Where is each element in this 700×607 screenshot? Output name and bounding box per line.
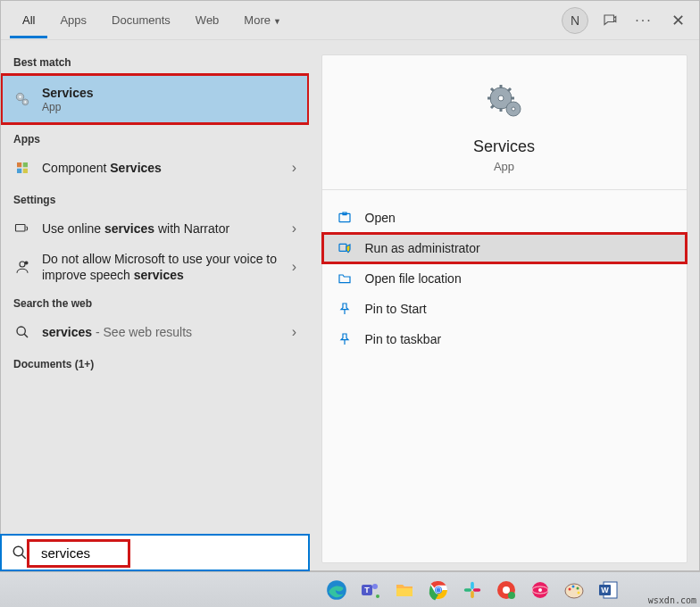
taskbar-word[interactable]: W <box>593 575 623 605</box>
svg-point-40 <box>569 587 571 590</box>
svg-point-22 <box>372 584 378 589</box>
tab-apps[interactable]: Apps <box>47 3 99 37</box>
more-options-icon[interactable]: ··· <box>631 8 656 33</box>
pin-icon <box>337 331 353 347</box>
taskbar-paint[interactable] <box>559 575 589 605</box>
svg-point-43 <box>578 591 580 594</box>
result-web-services[interactable]: services - See web results › <box>1 315 309 349</box>
svg-rect-29 <box>471 581 474 588</box>
chevron-right-icon: › <box>292 324 296 340</box>
watermark: wsxdn.com <box>648 595 696 605</box>
svg-rect-4 <box>17 162 21 167</box>
pin-icon <box>337 301 353 317</box>
tab-more[interactable]: More▼ <box>231 3 294 37</box>
tab-all[interactable]: All <box>10 3 47 38</box>
tab-documents[interactable]: Documents <box>99 3 183 37</box>
taskbar-app-pink[interactable] <box>525 575 555 605</box>
chevron-down-icon: ▼ <box>273 17 281 26</box>
section-web: Search the web <box>1 288 309 315</box>
action-pin-taskbar[interactable]: Pin to taskbar <box>322 324 687 354</box>
user-avatar[interactable]: N <box>562 7 588 34</box>
result-speech-services[interactable]: Do not allow Microsoft to use your voice… <box>1 245 309 288</box>
taskbar-slack[interactable] <box>457 575 488 605</box>
svg-text:W: W <box>601 586 609 595</box>
folder-icon <box>337 270 353 287</box>
svg-point-1 <box>19 96 21 98</box>
taskbar-chrome-profile[interactable] <box>491 575 521 605</box>
search-icon <box>13 323 31 341</box>
svg-rect-17 <box>339 244 346 251</box>
feedback-icon[interactable] <box>597 8 622 33</box>
action-open[interactable]: Open <box>322 203 687 233</box>
svg-rect-6 <box>17 169 21 173</box>
action-pin-start[interactable]: Pin to Start <box>322 294 687 324</box>
narrator-icon <box>13 220 31 237</box>
best-match-services[interactable]: Services App <box>1 74 309 124</box>
search-input[interactable] <box>38 542 308 564</box>
results-left-pane: Best match Services App Apps Component S… <box>1 40 309 570</box>
svg-point-38 <box>538 588 542 592</box>
gears-icon <box>13 90 31 108</box>
action-run-as-admin[interactable]: Run as administrator <box>322 233 687 263</box>
component-icon <box>13 159 31 177</box>
svg-point-13 <box>498 96 504 101</box>
taskbar-explorer[interactable] <box>389 575 420 605</box>
chevron-right-icon: › <box>292 220 296 237</box>
svg-point-23 <box>376 595 379 598</box>
section-settings: Settings <box>1 185 309 212</box>
svg-point-9 <box>20 262 25 267</box>
svg-rect-7 <box>23 169 28 173</box>
svg-rect-5 <box>23 162 28 167</box>
svg-point-11 <box>17 327 25 335</box>
chevron-right-icon: › <box>292 160 296 176</box>
svg-point-3 <box>24 101 26 103</box>
svg-rect-8 <box>16 225 26 232</box>
services-gear-icon <box>483 80 526 123</box>
taskbar-edge[interactable] <box>321 575 352 605</box>
taskbar-chrome[interactable] <box>423 575 454 605</box>
svg-point-28 <box>437 587 441 592</box>
svg-point-34 <box>503 586 510 594</box>
taskbar: T W <box>0 571 700 607</box>
svg-point-18 <box>13 546 23 556</box>
result-component-services[interactable]: Component Services › <box>1 151 309 185</box>
svg-rect-31 <box>471 590 474 597</box>
action-open-location[interactable]: Open file location <box>322 263 687 294</box>
best-match-title: Services <box>42 85 94 101</box>
svg-point-35 <box>508 592 515 599</box>
svg-rect-24 <box>396 588 412 596</box>
preview-pane: Services App Open Run as administrator <box>309 40 699 570</box>
result-narrator-services[interactable]: Use online services with Narrator › <box>1 212 309 245</box>
chevron-right-icon: › <box>292 259 296 275</box>
admin-shield-icon <box>337 240 353 256</box>
preview-subtitle: App <box>494 160 514 173</box>
search-tabs: All Apps Documents Web More▼ N ··· ✕ <box>1 1 699 40</box>
open-icon <box>337 210 353 226</box>
speech-icon <box>13 258 31 276</box>
section-apps: Apps <box>1 124 309 151</box>
svg-text:T: T <box>364 586 370 595</box>
svg-rect-30 <box>464 588 471 592</box>
best-match-subtitle: App <box>42 101 94 113</box>
svg-point-42 <box>577 586 579 589</box>
tab-web[interactable]: Web <box>183 3 232 37</box>
svg-rect-32 <box>473 588 480 592</box>
svg-point-41 <box>572 585 575 587</box>
section-documents: Documents (1+) <box>1 349 309 376</box>
taskbar-teams[interactable]: T <box>355 575 386 605</box>
close-icon[interactable]: ✕ <box>665 8 690 33</box>
svg-point-10 <box>25 262 28 264</box>
svg-point-15 <box>512 107 515 111</box>
search-icon <box>2 545 38 561</box>
preview-title: Services <box>473 137 535 156</box>
section-best-match: Best match <box>1 47 309 74</box>
search-box[interactable] <box>0 534 310 571</box>
start-search-panel: All Apps Documents Web More▼ N ··· ✕ Bes… <box>0 0 700 571</box>
